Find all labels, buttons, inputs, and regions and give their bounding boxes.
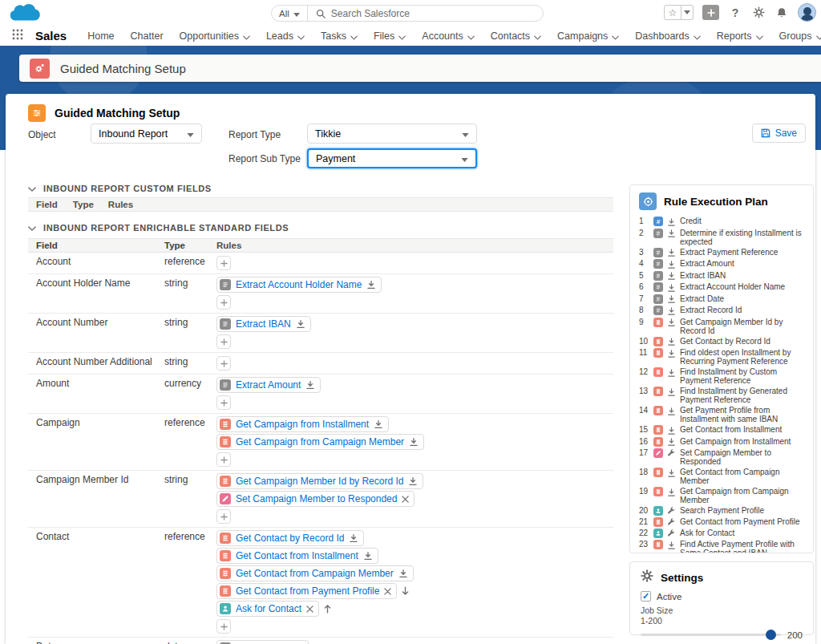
add-rule-button[interactable] xyxy=(216,256,231,270)
rule-link[interactable]: Get Contact from Campaign Member xyxy=(236,568,394,579)
favorites-dropdown-icon[interactable] xyxy=(681,5,694,20)
slider-knob[interactable] xyxy=(766,630,776,640)
nav-tab-leads[interactable]: Leads xyxy=(258,26,313,46)
chevron-down-icon[interactable] xyxy=(398,31,406,43)
download-icon[interactable] xyxy=(408,476,418,486)
add-rule-button[interactable] xyxy=(216,295,231,310)
download-icon[interactable] xyxy=(409,437,419,447)
download-icon[interactable] xyxy=(667,271,676,281)
remove-icon[interactable] xyxy=(384,588,391,595)
download-icon[interactable] xyxy=(667,318,676,327)
plan-item: 13Find Installment by Generated Payment … xyxy=(639,387,807,404)
add-rule-button[interactable] xyxy=(216,619,231,634)
download-icon[interactable] xyxy=(667,260,676,269)
download-icon[interactable] xyxy=(667,229,676,238)
rule-link[interactable]: Extract IBAN xyxy=(236,318,291,330)
setup-gear-icon[interactable] xyxy=(751,6,766,20)
add-rule-button[interactable] xyxy=(216,356,231,371)
job-size-slider[interactable] xyxy=(641,630,781,640)
nav-tab-home[interactable]: Home xyxy=(79,26,122,46)
rules-cell: Extract Date xyxy=(216,638,613,644)
chevron-down-icon[interactable] xyxy=(467,31,475,43)
notifications-bell-icon[interactable] xyxy=(774,6,789,20)
standard-fields-section-header[interactable]: INBOUND REPORT ENRICHABLE STANDARD FIELD… xyxy=(28,223,289,233)
chevron-down-icon[interactable] xyxy=(816,31,821,43)
download-icon[interactable] xyxy=(667,387,676,397)
add-rule-button[interactable] xyxy=(216,334,231,349)
object-select[interactable]: Inbound Report xyxy=(91,124,202,144)
nav-tab-groups[interactable]: Groups xyxy=(771,26,821,46)
save-button[interactable]: Save xyxy=(752,124,806,143)
download-icon[interactable] xyxy=(349,533,358,543)
rule-link[interactable]: Get Campaign from Installment xyxy=(236,419,369,430)
search-scope-dropdown[interactable]: All xyxy=(272,6,308,21)
rule-link[interactable]: Get Contact from Installment xyxy=(236,550,358,561)
wrench-icon[interactable] xyxy=(667,449,676,457)
nav-tab-accounts[interactable]: Accounts xyxy=(414,26,482,46)
chevron-down-icon[interactable] xyxy=(534,31,541,43)
wrench-icon[interactable] xyxy=(667,518,676,526)
rule-link[interactable]: Get Campaign Member Id by Record Id xyxy=(236,476,403,487)
rule-link[interactable]: Set Campaign Member to Responded xyxy=(236,493,397,504)
download-icon[interactable] xyxy=(667,294,676,304)
rule-link[interactable]: Get Contact by Record Id xyxy=(236,533,344,544)
app-launcher-icon[interactable] xyxy=(12,29,23,43)
download-icon[interactable] xyxy=(667,248,676,257)
download-icon[interactable] xyxy=(374,419,383,429)
active-checkbox[interactable]: ✓ xyxy=(641,591,651,601)
chevron-down-icon[interactable] xyxy=(243,31,250,43)
download-icon[interactable] xyxy=(667,488,676,497)
nav-tab-chatter[interactable]: Chatter xyxy=(123,26,172,46)
download-icon[interactable] xyxy=(667,217,676,227)
remove-icon[interactable] xyxy=(402,496,409,503)
search-input[interactable] xyxy=(331,8,535,19)
download-icon[interactable] xyxy=(667,368,676,378)
chevron-down-icon[interactable] xyxy=(612,31,619,43)
download-icon[interactable] xyxy=(667,437,676,447)
nav-tab-opportunities[interactable]: Opportunities xyxy=(172,26,258,46)
chevron-down-icon[interactable] xyxy=(756,31,763,43)
favorite-star-icon[interactable]: ☆ xyxy=(664,5,681,20)
download-icon[interactable] xyxy=(667,337,676,346)
download-icon[interactable] xyxy=(667,468,676,478)
help-icon[interactable]: ? xyxy=(728,6,742,20)
download-icon[interactable] xyxy=(667,407,676,416)
download-icon[interactable] xyxy=(667,426,676,435)
download-icon[interactable] xyxy=(305,380,315,390)
download-icon[interactable] xyxy=(667,283,676,293)
report-type-select[interactable]: Tikkie xyxy=(307,124,477,144)
move-down-icon[interactable] xyxy=(402,586,409,596)
user-avatar[interactable] xyxy=(798,3,816,22)
chevron-down-icon[interactable] xyxy=(350,31,358,43)
download-icon[interactable] xyxy=(667,541,676,550)
rule-link[interactable]: Ask for Contact xyxy=(236,603,301,614)
global-actions-icon[interactable] xyxy=(702,5,719,20)
nav-tab-contacts[interactable]: Contacts xyxy=(483,26,549,46)
rule-link[interactable]: Get Campaign from Campaign Member xyxy=(236,436,404,448)
download-icon[interactable] xyxy=(366,280,376,290)
nav-tab-campaigns[interactable]: Campaigns xyxy=(549,26,627,46)
nav-tab-files[interactable]: Files xyxy=(366,26,414,46)
add-rule-button[interactable] xyxy=(216,395,231,410)
download-icon[interactable] xyxy=(667,306,676,316)
chevron-down-icon[interactable] xyxy=(297,31,305,43)
add-rule-button[interactable] xyxy=(216,452,231,467)
custom-fields-section-header[interactable]: INBOUND REPORT CUSTOM FIELDS xyxy=(28,184,212,193)
report-sub-type-select[interactable]: Payment xyxy=(307,148,477,168)
nav-tab-tasks[interactable]: Tasks xyxy=(313,26,366,46)
download-icon[interactable] xyxy=(296,319,305,329)
download-icon[interactable] xyxy=(667,349,676,358)
rule-link[interactable]: Get Contact from Payment Profile xyxy=(236,585,379,597)
rule-link[interactable]: Extract Account Holder Name xyxy=(236,279,362,290)
rule-link[interactable]: Extract Amount xyxy=(236,379,301,391)
nav-tab-reports[interactable]: Reports xyxy=(709,26,771,46)
wrench-icon[interactable] xyxy=(667,529,676,537)
nav-tab-dashboards[interactable]: Dashboards xyxy=(627,26,708,46)
chevron-down-icon[interactable] xyxy=(694,31,701,43)
remove-icon[interactable] xyxy=(306,606,313,613)
wrench-icon[interactable] xyxy=(667,507,676,515)
add-rule-button[interactable] xyxy=(216,509,231,524)
move-up-icon[interactable] xyxy=(324,604,331,614)
download-icon[interactable] xyxy=(363,551,373,561)
download-icon[interactable] xyxy=(398,569,408,578)
